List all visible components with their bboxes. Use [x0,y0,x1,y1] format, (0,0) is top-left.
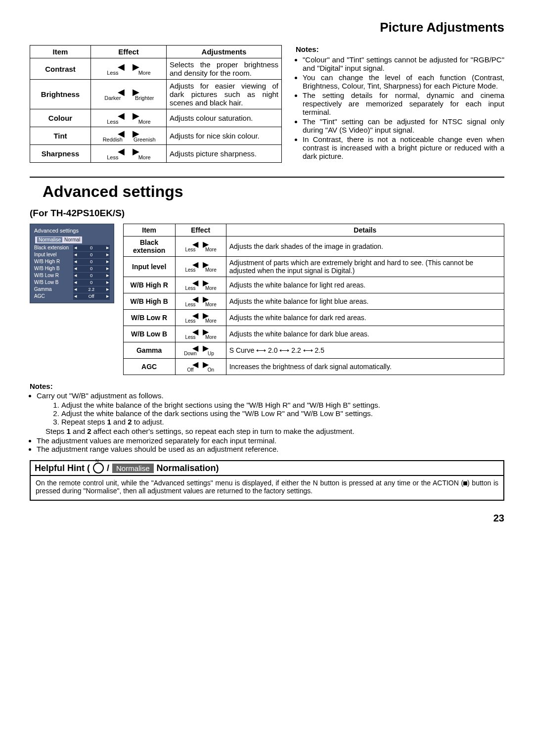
item-label: Contrast [30,58,91,80]
right-arrow-icon: ▶ [106,252,109,257]
hint-body: On the remote control unit, while the "A… [31,476,503,500]
right-arrow-icon: ▶ [106,245,109,250]
table-row: Gamma ◀ ▶ DownUp S Curve ⟷ 2.0 ⟷ 2.2 ⟷ 2… [123,342,504,359]
effect-cell: ◀ ▶ ReddishGreenish [91,127,167,145]
item-label: Brightness [30,80,91,109]
label-right: More [129,70,160,76]
left-arrow-icon: ◀ [74,245,77,250]
menu-item: Gamma◀2.2▶ [32,286,112,293]
note-item: The adjustment range values should be us… [37,445,504,453]
adjustment-desc: Adjusts for nice skin colour. [167,127,282,145]
table-row: Colour ◀ ▶ LessMore Adjusts colour satur… [30,109,282,127]
left-arrow-icon: ◀ [74,259,77,264]
effect-cell: ◀ ▶ DarkerBrighter [91,80,167,109]
table-row: Brightness ◀ ▶ DarkerBrighter Adjusts fo… [30,80,282,109]
effect-cell: ◀ ▶ DownUp [175,342,226,359]
model-subheading: (For TH-42PS10EK/S) [30,208,504,219]
left-arrow-icon: ◀ [74,273,77,278]
label-left: Less [97,155,129,160]
effect-cell: ◀ ▶ LessMore [91,58,167,80]
th-details: Details [226,224,504,236]
item-label: Colour [30,109,91,127]
notes-title: Notes: [30,382,504,390]
item-label: Tint [30,127,91,145]
hint-lead: Helpful Hint ( [35,463,90,473]
th-effect: Effect [175,224,226,236]
menu-label: Input level [34,251,57,258]
note-item: The "Tint" setting can be adjusted for N… [303,117,504,134]
menu-label: AGC [34,293,45,300]
label-right: More [201,335,221,340]
right-arrow-icon: ▶ [106,273,109,278]
detail-desc: Adjusts the white balance for light red … [226,277,504,293]
menu-value: ◀2.2▶ [73,286,110,293]
normalise-row: NormaliseNormal [35,236,82,243]
adjustment-desc: Adjusts colour saturation. [167,109,282,127]
detail-desc: Adjusts the white balance for dark red a… [226,310,504,326]
advanced-section: Advanced settings NormaliseNormal Black … [30,224,504,375]
table-row: Sharpness ◀ ▶ LessMore Adjusts picture s… [30,145,282,163]
th-effect: Effect [91,46,167,58]
menu-item: Input level◀0▶ [32,251,112,258]
right-arrow-icon: ▶ [106,266,109,271]
label-right: More [201,286,221,291]
notes-title: Notes: [296,45,504,53]
label-right: Up [201,351,221,356]
item-label: W/B Low R [123,310,175,326]
item-label: Gamma [123,342,175,359]
menu-item: W/B High R◀0▶ [32,258,112,265]
table-row: W/B High B ◀ ▶ LessMore Adjusts the whit… [123,293,504,310]
label-left: Off [180,368,200,373]
note-item: "Colour" and "Tint" settings cannot be a… [303,55,504,72]
effect-cell: ◀ ▶ LessMore [175,236,226,257]
adjustment-desc: Selects the proper brightness and densit… [167,58,282,80]
item-label: W/B High R [123,277,175,293]
item-label: W/B Low B [123,326,175,342]
left-arrow-icon: ◀ [74,294,77,299]
left-arrow-icon: ◀ [74,266,77,271]
th-item: Item [123,224,175,236]
menu-value: ◀0▶ [73,259,110,265]
step-item: Repeat steps 1 and 2 to adjust. [61,418,504,426]
normalise-button-mock: Normalise [37,237,62,242]
menu-item: W/B High B◀0▶ [32,265,112,272]
adjustment-desc: Adjusts for easier viewing of dark pictu… [167,80,282,109]
menu-label: W/B High R [34,258,60,265]
detail-desc: Adjustment of parts which are extremely … [226,257,504,277]
menu-title: Advanced settings [32,226,112,236]
label-right: More [129,119,160,125]
label-left: Less [180,319,200,324]
step-note: Steps 1 and 2 affect each other's settin… [45,427,504,435]
step-item: Adjust the white balance of the dark sec… [61,409,504,418]
page-title: Picture Adjustments [30,20,504,35]
advanced-heading: Advanced settings [43,183,504,201]
label-right: More [201,302,221,307]
label-right: Brighter [129,95,160,101]
menu-label: W/B High B [34,265,60,272]
normalise-pill: Normalise [112,464,154,473]
menu-value: ◀0▶ [73,245,110,251]
hint-slash: / [107,463,109,473]
table-row: Input level ◀ ▶ LessMore Adjustment of p… [123,257,504,277]
effect-cell: ◀ ▶ LessMore [175,293,226,310]
advanced-menu-mock: Advanced settings NormaliseNormal Black … [30,224,114,303]
detail-desc: Increases the brightness of dark signal … [226,359,504,375]
label-left: Less [180,335,200,340]
effect-cell: ◀ ▶ LessMore [175,257,226,277]
item-label: Input level [123,257,175,277]
label-left: Less [180,247,200,252]
menu-label: W/B Low B [34,279,58,286]
label-right: On [201,368,221,373]
separator [30,177,504,178]
item-label: W/B High B [123,293,175,310]
label-right: More [201,247,221,252]
right-arrow-icon: ▶ [106,280,109,285]
label-left: Less [97,119,129,125]
table-row: AGC ◀ ▶ OffOn Increases the brightness o… [123,359,504,375]
th-adj: Adjustments [167,46,282,58]
n-button-icon: N [93,463,104,473]
right-arrow-icon: ▶ [106,259,109,264]
menu-value: ◀0▶ [73,273,110,279]
note-item: In Contrast, there is not a noticeable c… [303,135,504,160]
detail-desc: S Curve ⟷ 2.0 ⟷ 2.2 ⟷ 2.5 [226,342,504,359]
